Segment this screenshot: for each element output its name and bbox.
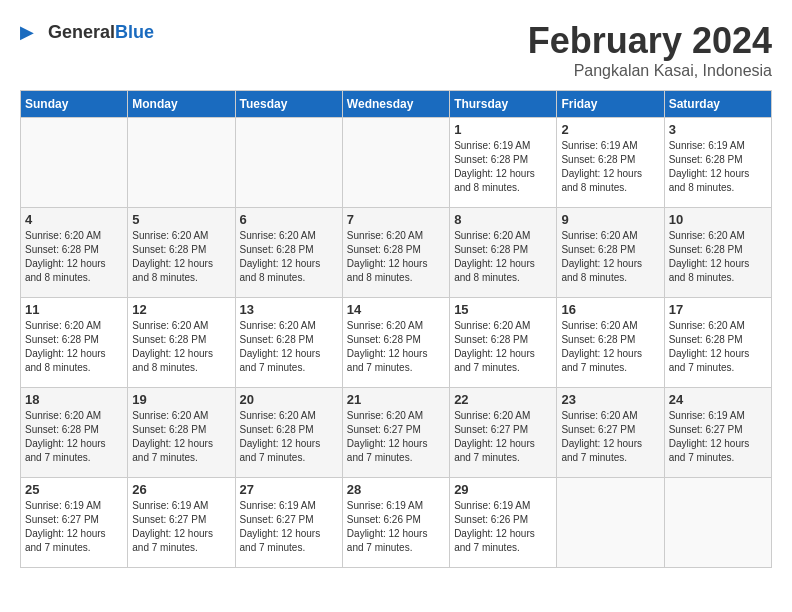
calendar-cell: 8Sunrise: 6:20 AM Sunset: 6:28 PM Daylig… (450, 208, 557, 298)
day-number: 15 (454, 302, 552, 317)
day-info: Sunrise: 6:20 AM Sunset: 6:28 PM Dayligh… (561, 319, 659, 375)
calendar-week-row: 1Sunrise: 6:19 AM Sunset: 6:28 PM Daylig… (21, 118, 772, 208)
day-info: Sunrise: 6:20 AM Sunset: 6:28 PM Dayligh… (132, 229, 230, 285)
location: Pangkalan Kasai, Indonesia (528, 62, 772, 80)
day-number: 28 (347, 482, 445, 497)
day-number: 1 (454, 122, 552, 137)
day-info: Sunrise: 6:20 AM Sunset: 6:28 PM Dayligh… (347, 229, 445, 285)
day-number: 8 (454, 212, 552, 227)
logo: ▶ GeneralBlue (20, 20, 154, 44)
day-info: Sunrise: 6:20 AM Sunset: 6:28 PM Dayligh… (132, 409, 230, 465)
column-header-tuesday: Tuesday (235, 91, 342, 118)
day-number: 7 (347, 212, 445, 227)
calendar-cell: 4Sunrise: 6:20 AM Sunset: 6:28 PM Daylig… (21, 208, 128, 298)
calendar-cell: 22Sunrise: 6:20 AM Sunset: 6:27 PM Dayli… (450, 388, 557, 478)
calendar-cell (557, 478, 664, 568)
calendar-cell: 12Sunrise: 6:20 AM Sunset: 6:28 PM Dayli… (128, 298, 235, 388)
calendar-cell: 6Sunrise: 6:20 AM Sunset: 6:28 PM Daylig… (235, 208, 342, 298)
calendar-cell: 28Sunrise: 6:19 AM Sunset: 6:26 PM Dayli… (342, 478, 449, 568)
day-number: 10 (669, 212, 767, 227)
day-info: Sunrise: 6:20 AM Sunset: 6:28 PM Dayligh… (132, 319, 230, 375)
day-number: 5 (132, 212, 230, 227)
calendar-cell: 18Sunrise: 6:20 AM Sunset: 6:28 PM Dayli… (21, 388, 128, 478)
calendar-week-row: 18Sunrise: 6:20 AM Sunset: 6:28 PM Dayli… (21, 388, 772, 478)
calendar-cell: 14Sunrise: 6:20 AM Sunset: 6:28 PM Dayli… (342, 298, 449, 388)
calendar-week-row: 11Sunrise: 6:20 AM Sunset: 6:28 PM Dayli… (21, 298, 772, 388)
day-info: Sunrise: 6:19 AM Sunset: 6:26 PM Dayligh… (454, 499, 552, 555)
calendar-cell: 9Sunrise: 6:20 AM Sunset: 6:28 PM Daylig… (557, 208, 664, 298)
day-number: 20 (240, 392, 338, 407)
calendar-cell: 16Sunrise: 6:20 AM Sunset: 6:28 PM Dayli… (557, 298, 664, 388)
calendar-cell: 11Sunrise: 6:20 AM Sunset: 6:28 PM Dayli… (21, 298, 128, 388)
calendar-cell: 7Sunrise: 6:20 AM Sunset: 6:28 PM Daylig… (342, 208, 449, 298)
calendar-cell: 15Sunrise: 6:20 AM Sunset: 6:28 PM Dayli… (450, 298, 557, 388)
day-info: Sunrise: 6:20 AM Sunset: 6:28 PM Dayligh… (240, 409, 338, 465)
day-info: Sunrise: 6:19 AM Sunset: 6:26 PM Dayligh… (347, 499, 445, 555)
day-number: 12 (132, 302, 230, 317)
calendar-cell (21, 118, 128, 208)
calendar-cell: 24Sunrise: 6:19 AM Sunset: 6:27 PM Dayli… (664, 388, 771, 478)
page-header: ▶ GeneralBlue February 2024 Pangkalan Ka… (20, 20, 772, 80)
title-area: February 2024 Pangkalan Kasai, Indonesia (528, 20, 772, 80)
column-header-friday: Friday (557, 91, 664, 118)
calendar-cell (664, 478, 771, 568)
calendar-cell: 17Sunrise: 6:20 AM Sunset: 6:28 PM Dayli… (664, 298, 771, 388)
day-info: Sunrise: 6:19 AM Sunset: 6:28 PM Dayligh… (454, 139, 552, 195)
day-number: 2 (561, 122, 659, 137)
day-info: Sunrise: 6:19 AM Sunset: 6:28 PM Dayligh… (669, 139, 767, 195)
day-number: 9 (561, 212, 659, 227)
day-number: 17 (669, 302, 767, 317)
day-number: 16 (561, 302, 659, 317)
calendar-cell: 27Sunrise: 6:19 AM Sunset: 6:27 PM Dayli… (235, 478, 342, 568)
calendar-cell: 21Sunrise: 6:20 AM Sunset: 6:27 PM Dayli… (342, 388, 449, 478)
day-number: 23 (561, 392, 659, 407)
day-info: Sunrise: 6:20 AM Sunset: 6:28 PM Dayligh… (347, 319, 445, 375)
column-header-monday: Monday (128, 91, 235, 118)
day-number: 3 (669, 122, 767, 137)
day-info: Sunrise: 6:20 AM Sunset: 6:28 PM Dayligh… (669, 229, 767, 285)
day-number: 4 (25, 212, 123, 227)
calendar-cell: 23Sunrise: 6:20 AM Sunset: 6:27 PM Dayli… (557, 388, 664, 478)
calendar-cell: 19Sunrise: 6:20 AM Sunset: 6:28 PM Dayli… (128, 388, 235, 478)
column-header-saturday: Saturday (664, 91, 771, 118)
day-number: 14 (347, 302, 445, 317)
day-number: 13 (240, 302, 338, 317)
calendar-table: SundayMondayTuesdayWednesdayThursdayFrid… (20, 90, 772, 568)
day-info: Sunrise: 6:19 AM Sunset: 6:27 PM Dayligh… (25, 499, 123, 555)
day-info: Sunrise: 6:19 AM Sunset: 6:27 PM Dayligh… (669, 409, 767, 465)
calendar-week-row: 4Sunrise: 6:20 AM Sunset: 6:28 PM Daylig… (21, 208, 772, 298)
logo-icon: ▶ (20, 20, 44, 44)
svg-text:▶: ▶ (20, 22, 34, 42)
day-number: 24 (669, 392, 767, 407)
day-number: 18 (25, 392, 123, 407)
day-number: 19 (132, 392, 230, 407)
day-number: 11 (25, 302, 123, 317)
day-info: Sunrise: 6:20 AM Sunset: 6:28 PM Dayligh… (240, 319, 338, 375)
calendar-cell: 20Sunrise: 6:20 AM Sunset: 6:28 PM Dayli… (235, 388, 342, 478)
calendar-cell: 29Sunrise: 6:19 AM Sunset: 6:26 PM Dayli… (450, 478, 557, 568)
day-number: 25 (25, 482, 123, 497)
calendar-cell (235, 118, 342, 208)
calendar-cell: 5Sunrise: 6:20 AM Sunset: 6:28 PM Daylig… (128, 208, 235, 298)
day-number: 29 (454, 482, 552, 497)
calendar-week-row: 25Sunrise: 6:19 AM Sunset: 6:27 PM Dayli… (21, 478, 772, 568)
day-info: Sunrise: 6:20 AM Sunset: 6:28 PM Dayligh… (561, 229, 659, 285)
calendar-cell: 1Sunrise: 6:19 AM Sunset: 6:28 PM Daylig… (450, 118, 557, 208)
calendar-cell (342, 118, 449, 208)
day-number: 22 (454, 392, 552, 407)
calendar-cell: 26Sunrise: 6:19 AM Sunset: 6:27 PM Dayli… (128, 478, 235, 568)
column-header-wednesday: Wednesday (342, 91, 449, 118)
calendar-cell: 13Sunrise: 6:20 AM Sunset: 6:28 PM Dayli… (235, 298, 342, 388)
calendar-cell (128, 118, 235, 208)
day-info: Sunrise: 6:19 AM Sunset: 6:27 PM Dayligh… (240, 499, 338, 555)
logo-blue: Blue (115, 22, 154, 42)
day-number: 26 (132, 482, 230, 497)
calendar-cell: 2Sunrise: 6:19 AM Sunset: 6:28 PM Daylig… (557, 118, 664, 208)
day-info: Sunrise: 6:20 AM Sunset: 6:28 PM Dayligh… (454, 229, 552, 285)
column-header-sunday: Sunday (21, 91, 128, 118)
calendar-cell: 3Sunrise: 6:19 AM Sunset: 6:28 PM Daylig… (664, 118, 771, 208)
day-info: Sunrise: 6:19 AM Sunset: 6:28 PM Dayligh… (561, 139, 659, 195)
day-info: Sunrise: 6:20 AM Sunset: 6:28 PM Dayligh… (25, 319, 123, 375)
month-year: February 2024 (528, 20, 772, 62)
calendar-cell: 10Sunrise: 6:20 AM Sunset: 6:28 PM Dayli… (664, 208, 771, 298)
